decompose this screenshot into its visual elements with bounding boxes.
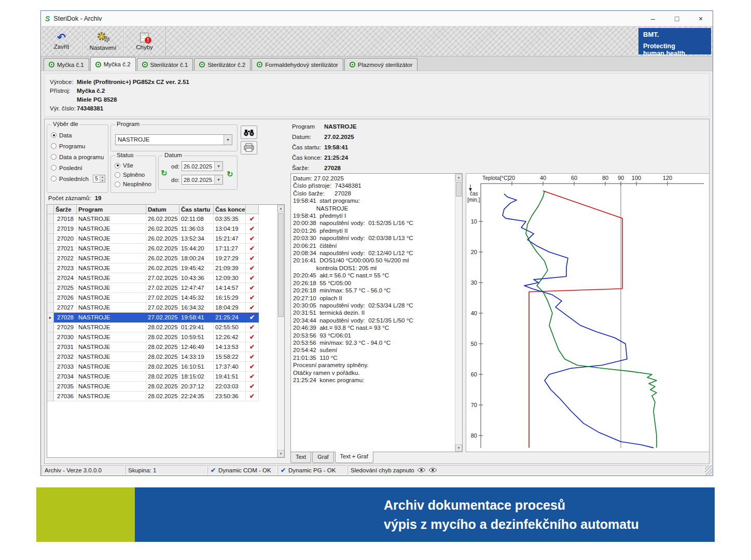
vyber-dle-group: Výběr dle DataProgramuData a programuPos… (47, 124, 108, 193)
table-row[interactable]: 27031NASTROJE28.02.202512:46:4914:13:53✔ (47, 342, 259, 352)
scroll-down-icon[interactable]: ▼ (455, 444, 462, 452)
device-tab[interactable]: Myčka č.1 (44, 58, 89, 71)
table-row[interactable]: 27022NASTROJE26.02.202518:00:2419:27:29✔ (47, 254, 259, 263)
table-cell: 28.02.2025 (146, 391, 179, 401)
table-row[interactable]: 27020NASTROJE26.02.202513:52:3415:21:47✔ (47, 234, 259, 244)
view-tab[interactable]: Text (290, 452, 311, 463)
refresh-icon[interactable]: ↻ (227, 170, 233, 179)
table-row[interactable]: 27026NASTROJE27.02.202514:45:3216:15:29✔ (47, 293, 259, 303)
radio-option[interactable]: Poslední (47, 162, 108, 173)
settings-button[interactable]: Nastavení (82, 26, 124, 56)
column-header[interactable]: Čas konce (214, 205, 246, 214)
date-from-field[interactable]: 26.02.2025 ▼ (182, 161, 223, 171)
spinner-arrows[interactable]: ▲▼ (100, 175, 105, 182)
radio-option[interactable]: Data a programu (47, 151, 108, 162)
table-row[interactable]: 27024NASTROJE27.02.202510:43:3612:09:30✔ (47, 273, 259, 283)
table-row[interactable]: 27032NASTROJE28.02.202514:33:1915:58:22✔ (47, 352, 259, 362)
records-count-label: Počet záznamů: (48, 195, 91, 201)
radio-option[interactable]: Splněno (111, 170, 156, 179)
column-header[interactable]: Program (77, 205, 146, 214)
device-tab[interactable]: Formaldehydový sterilizátor (252, 58, 343, 71)
log-line: 19:58:41 předmytí I (293, 212, 454, 219)
view-tab[interactable]: Text + Graf (335, 452, 373, 463)
records-scrollbar[interactable]: ▲ ▼ (277, 205, 284, 457)
close-archive-button[interactable]: ↶ Zavřít (41, 26, 82, 56)
records-count: Počet záznamů: 19 (48, 195, 101, 201)
table-row[interactable]: 27034NASTROJE28.02.202518:15:0219:41:51✔ (47, 372, 259, 382)
radio-option[interactable]: Programu (47, 141, 108, 151)
table-row[interactable]: 27021NASTROJE26.02.202515:44:2017:11:27✔ (47, 244, 259, 254)
view-tabs: TextGrafText + Graf (290, 452, 374, 463)
table-cell: 27019 (54, 224, 77, 234)
records-table-head: ŠaržeProgramDatumČas startuČas konce (47, 205, 259, 214)
scrollbar-thumb[interactable] (278, 213, 284, 317)
view-tab[interactable]: Graf (312, 452, 333, 463)
radio-option[interactable]: Nesplněno (111, 179, 156, 189)
radio-option[interactable]: Posledních5▲▼ (47, 173, 108, 184)
table-row[interactable]: 27030NASTROJE28.02.202510:59:5112:26:42✔ (47, 332, 259, 342)
svg-text:60: 60 (471, 371, 477, 377)
dropdown-arrow-icon[interactable]: ▼ (214, 162, 222, 171)
table-row[interactable]: 27023NASTROJE26.02.202519:45:4221:09:39✔ (47, 263, 259, 273)
log-scrollbar[interactable]: ▲ ▼ (455, 174, 462, 452)
dropdown-arrow-icon[interactable]: ▼ (214, 175, 222, 184)
titlebar[interactable]: S SteriDok - Archiv – □ × (41, 11, 713, 26)
window-controls: – □ × (641, 11, 713, 26)
table-cell: NASTROJE (77, 342, 146, 352)
table-cell: 27035 (54, 382, 77, 391)
row-marker (47, 254, 54, 263)
svg-text:70: 70 (471, 402, 477, 408)
radio-option[interactable]: Vše (111, 161, 156, 170)
table-row[interactable]: 27035NASTROJE28.02.202520:37:1222:03:03✔ (47, 382, 259, 391)
device-tab[interactable]: Sterilizátor č.2 (194, 58, 251, 71)
status-check-icon: ✔ (246, 382, 259, 391)
device-tab[interactable]: Myčka č.2 (90, 57, 136, 71)
scrollbar-thumb[interactable] (456, 182, 462, 197)
table-row[interactable]: ►27028NASTROJE27.02.202519:58:4121:25:24… (47, 313, 259, 323)
table-row[interactable]: 27019NASTROJE26.02.202511:36:0313:04:19✔ (47, 224, 259, 234)
status-options: VšeSplněnoNesplněno (111, 156, 156, 189)
minimize-button[interactable]: – (641, 11, 665, 26)
search-button[interactable] (241, 125, 257, 139)
table-row[interactable]: 27025NASTROJE27.02.202512:47:4714:14:57✔ (47, 283, 259, 293)
count-spinner[interactable]: 5▲▼ (93, 175, 105, 183)
table-row[interactable]: 27018NASTROJE26.02.202502:11:0803:35:35✔ (47, 214, 259, 224)
close-button[interactable]: × (689, 11, 713, 26)
table-row[interactable]: 27033NASTROJE28.02.202516:10:5117:37:40✔ (47, 362, 259, 372)
date-to-field[interactable]: 28.02.2025 ▼ (182, 175, 223, 185)
scroll-up-icon[interactable]: ▲ (277, 205, 284, 212)
maximize-button[interactable]: □ (665, 11, 689, 26)
device-status-icon (142, 62, 148, 67)
row-marker (47, 283, 54, 293)
table-cell: 13:04:19 (214, 224, 246, 234)
log-line: kontrola DOS1: 205 ml (293, 264, 454, 272)
resize-grip[interactable] (705, 465, 712, 475)
svg-text:20: 20 (471, 249, 477, 255)
table-row[interactable]: 27036NASTROJE28.02.202522:24:3523:50:36✔ (47, 391, 259, 401)
radio-option[interactable]: Data (47, 130, 108, 141)
table-row[interactable]: 27029NASTROJE28.02.202501:29:4102:55:50✔ (47, 323, 259, 332)
errors-button[interactable]: ! Chyby (124, 26, 165, 56)
column-header-status (246, 205, 259, 214)
datum-group-title: Datum (163, 152, 184, 158)
column-header[interactable]: Čas startu (179, 205, 214, 214)
log-line: 20:53:56 93 °C/06:01 (293, 332, 454, 339)
spinner-down-icon[interactable]: ▼ (100, 179, 105, 183)
status-text: Sledování chyb zapnuto (351, 467, 414, 473)
device-tab[interactable]: Plazmový sterilizátor (344, 58, 418, 71)
column-header[interactable]: Datum (146, 205, 179, 214)
device-tab-label: Sterilizátor č.2 (207, 62, 245, 68)
table-cell: 27026 (54, 293, 77, 303)
device-tab[interactable]: Sterilizátor č.1 (137, 58, 193, 71)
table-row[interactable]: 27027NASTROJE27.02.202516:34:3218:04:29✔ (47, 303, 259, 313)
scroll-up-icon[interactable]: ▲ (455, 174, 462, 181)
table-cell: 27029 (54, 323, 77, 332)
scroll-down-icon[interactable]: ▼ (277, 450, 284, 457)
table-cell: NASTROJE (77, 382, 146, 391)
dropdown-arrow-icon[interactable]: ▼ (224, 135, 232, 145)
status-check-icon: ✔ (246, 313, 259, 323)
column-header[interactable]: Šarže (54, 205, 77, 214)
program-combobox[interactable]: NASTROJE ▼ (115, 134, 232, 145)
status-text: Archiv - Verze 3.0.0.0 (45, 467, 102, 473)
print-button[interactable] (241, 141, 257, 155)
